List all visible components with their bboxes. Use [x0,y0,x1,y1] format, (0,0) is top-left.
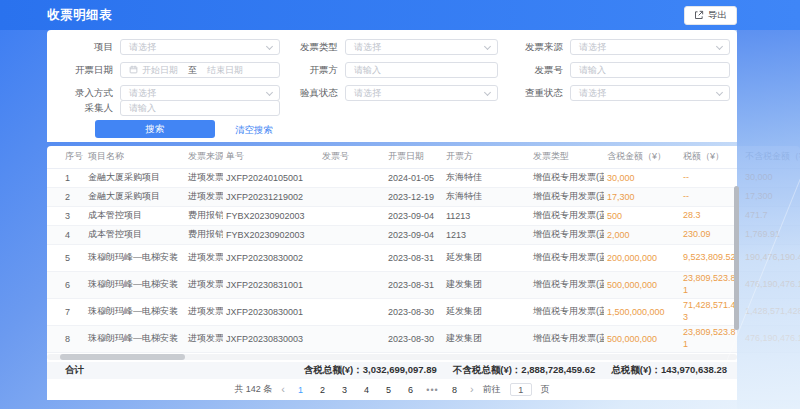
invoice-type-select[interactable]: 请选择 [345,39,498,55]
chevron-down-icon [716,43,723,50]
column-header: 发票来源 [185,146,223,168]
date-end[interactable]: 结束日期 [207,64,243,77]
table-cell: 500,000,000 [604,325,680,352]
invoice-date-range[interactable]: 开始日期 至 结束日期 [120,62,280,78]
horizontal-scrollbar-thumb[interactable] [60,354,185,360]
table-cell: 71,428,571.43 [680,298,742,325]
vertical-scrollbar[interactable] [734,186,739,330]
entry-method-select[interactable]: 请选择 [120,85,280,101]
goto-page-input[interactable] [510,383,532,396]
page-number[interactable]: 4 [360,385,373,395]
table-cell: 进项发票 [185,244,223,271]
page-number[interactable]: 1 [294,385,307,395]
table-cell [319,187,385,206]
project-label: 项目 [47,41,113,54]
table-cell: 增值税专用发票(蓝) [530,325,604,352]
invoice-source-select[interactable]: 请选择 [570,39,730,55]
issuer-input[interactable] [345,62,498,78]
column-header: 发票号 [319,146,385,168]
collector-input[interactable] [120,100,280,116]
table-cell: 2,000 [604,225,680,244]
horizontal-scrollbar[interactable] [47,354,737,360]
table-cell: 东海特佳 [443,168,530,187]
column-header: 开票日期 [385,146,443,168]
invoice-no-input[interactable] [570,62,730,78]
table-cell: JXFP20240105001 [223,168,319,187]
verify-status-label: 验真状态 [268,87,338,100]
table-row[interactable]: 6珠穆朗玛峰—电梯安装进项发票JXFP202308310012023-08-31… [47,271,800,298]
invoice-type-label: 发票类型 [268,41,338,54]
dup-status-label: 查重状态 [493,87,563,100]
page-number[interactable]: 6 [404,385,417,395]
table-header-row: 序号项目名称发票来源单号发票号开票日期开票方发票类型含税金额（¥）税额（¥）不含… [47,146,800,168]
table-row[interactable]: 4成本管控项目费用报销FYBX202309020032023-09-041213… [47,225,800,244]
table-row[interactable]: 8珠穆朗玛峰—电梯安装进项发票JXFP202308300032023-08-30… [47,325,800,352]
table-row[interactable]: 2金融大厦采购项目进项发票JXFP202312190022023-12-19东海… [47,187,800,206]
issuer-label: 开票方 [268,64,338,77]
column-header: 单号 [223,146,319,168]
table-cell: 成本管控项目 [85,206,185,225]
page-title: 收票明细表 [47,7,112,24]
table-cell: JXFP20230830003 [223,325,319,352]
page-number[interactable]: 3 [338,385,351,395]
table-cell: 28.3 [680,206,742,225]
page-ellipsis[interactable]: ••• [426,385,439,395]
table-cell [319,168,385,187]
invoice-source-label: 发票来源 [493,41,563,54]
next-page-button[interactable]: › [470,384,474,395]
table-row[interactable]: 7珠穆朗玛峰—电梯安装进项发票JXFP202308300012023-08-30… [47,298,800,325]
table-cell: 3 [47,206,85,225]
verify-status-select[interactable]: 请选择 [345,85,498,101]
table-cell: 增值税专用发票(蓝) [530,244,604,271]
table-cell: JXFP20231219002 [223,187,319,206]
export-button[interactable]: 导出 [684,6,737,25]
search-button[interactable]: 搜索 [95,120,215,138]
pagination: 共 142 条 ‹ 123456•••8 › 前往 页 [47,379,737,400]
table-cell: 金融大厦采购项目 [85,168,185,187]
table-cell: 珠穆朗玛峰—电梯安装 [85,298,185,325]
page-number[interactable]: 8 [448,385,461,395]
table-row[interactable]: 3成本管控项目费用报销FYBX202309020032023-09-041121… [47,206,800,225]
export-label: 导出 [708,9,727,22]
column-header: 含税金额（¥） [604,146,680,168]
date-start[interactable]: 开始日期 [142,64,178,77]
table-cell: 2023-09-04 [385,206,443,225]
filter-panel: 项目 请选择 发票类型 请选择 发票来源 请选择 开票日期 开始日期 至 [47,30,737,142]
table-row[interactable]: 1金融大厦采购项目进项发票JXFP202401050012024-01-05东海… [47,168,800,187]
table-cell: 2023-12-19 [385,187,443,206]
invoice-no-label: 发票号 [493,64,563,77]
table-cell: -- [680,168,742,187]
table-cell: 增值税专用发票(蓝) [530,168,604,187]
table-cell: 1,500,000,000 [604,298,680,325]
project-select[interactable]: 请选择 [120,39,280,55]
page-list: 123456•••8 [294,385,461,395]
chevron-down-icon [484,89,491,96]
table-cell: 东海特佳 [443,187,530,206]
dup-status-select[interactable]: 请选择 [570,85,730,101]
table-cell: 延发集团 [443,244,530,271]
table-cell: 增值税专用发票(蓝) [530,225,604,244]
table-cell [319,271,385,298]
table-cell: JXFP20230830001 [223,298,319,325]
column-header: 开票方 [443,146,530,168]
prev-page-button[interactable]: ‹ [281,384,285,395]
table-cell: 进项发票 [185,271,223,298]
column-header: 序号 [47,146,85,168]
page-number[interactable]: 5 [382,385,395,395]
page-suffix: 页 [541,383,550,396]
table-cell: 进项发票 [185,168,223,187]
summary-tax-inclusive: 含税总额(¥)：3,032,699,097.89 [304,364,437,377]
table-cell: 2024-01-05 [385,168,443,187]
table-cell: 延发集团 [443,298,530,325]
table-cell: 进项发票 [185,298,223,325]
clear-search-link[interactable]: 清空搜索 [235,124,273,137]
table-cell: -- [680,187,742,206]
table-row[interactable]: 5珠穆朗玛峰—电梯安装进项发票JXFP202308300022023-08-31… [47,244,800,271]
page-number[interactable]: 2 [316,385,329,395]
collector-label: 采集人 [47,102,113,115]
table-cell: 建发集团 [443,325,530,352]
summary-row: 合计 含税总额(¥)：3,032,699,097.89 不含税总额(¥)：2,8… [47,362,737,379]
table-body: 1金融大厦采购项目进项发票JXFP202401050012024-01-05东海… [47,168,800,352]
table-cell: 11213 [443,206,530,225]
goto-label: 前往 [483,383,501,396]
